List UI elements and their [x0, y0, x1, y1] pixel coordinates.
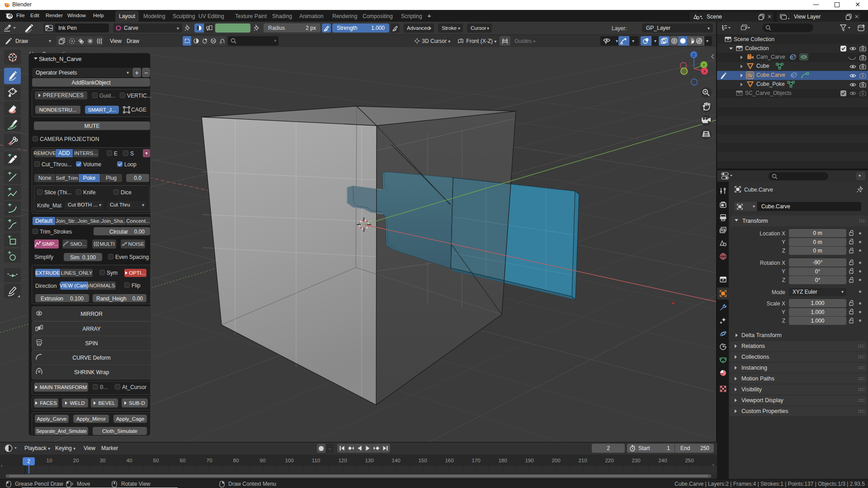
svg-text:50: 50	[153, 458, 159, 463]
svg-text:120: 120	[338, 458, 347, 463]
svg-text:70: 70	[207, 458, 212, 463]
svg-text:130: 130	[365, 458, 373, 463]
svg-text:190: 190	[525, 458, 533, 463]
svg-text:40: 40	[127, 458, 132, 463]
svg-text:150: 150	[418, 458, 427, 463]
svg-text:110: 110	[312, 458, 320, 463]
svg-text:170: 170	[472, 458, 480, 463]
svg-text:230: 230	[632, 458, 640, 463]
svg-text:20: 20	[73, 458, 79, 463]
svg-text:200: 200	[552, 458, 560, 463]
svg-text:X: X	[703, 69, 706, 74]
svg-text:240: 240	[658, 458, 667, 463]
svg-text:210: 210	[578, 458, 587, 463]
svg-text:140: 140	[392, 458, 400, 463]
svg-text:Y: Y	[703, 63, 705, 67]
svg-text:250: 250	[685, 458, 693, 463]
svg-text:Z: Z	[693, 53, 695, 57]
svg-text:160: 160	[445, 458, 453, 463]
svg-text:90: 90	[260, 458, 266, 463]
svg-text:10: 10	[47, 458, 52, 463]
svg-text:220: 220	[605, 458, 613, 463]
svg-text:80: 80	[233, 458, 239, 463]
svg-text:180: 180	[498, 458, 507, 463]
svg-text:100: 100	[285, 458, 293, 463]
svg-text:30: 30	[100, 458, 106, 463]
svg-text:60: 60	[180, 458, 186, 463]
